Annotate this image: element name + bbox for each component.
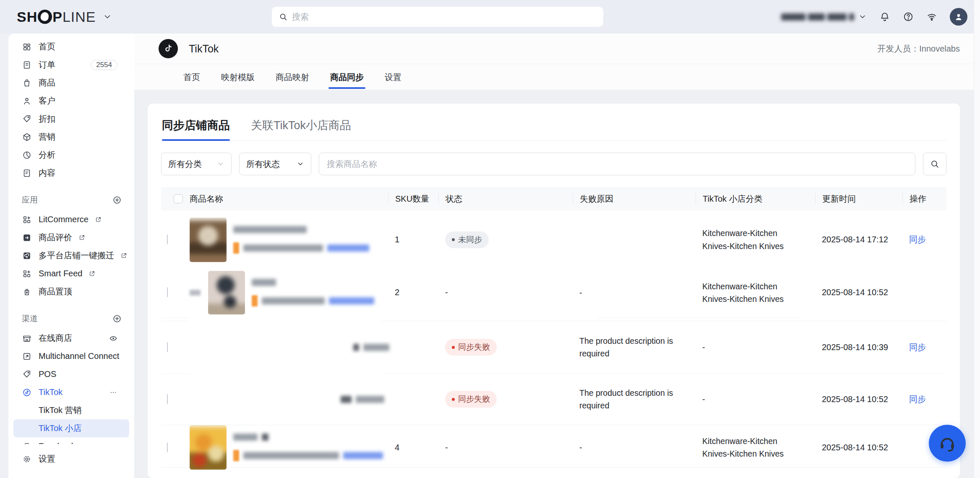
sidebar-item-内容[interactable]: 内容	[13, 164, 129, 182]
tab-映射模版[interactable]: 映射模版	[220, 68, 255, 89]
sidebar-item-pos[interactable]: POS	[13, 365, 129, 383]
store-switcher-chevron-icon[interactable]	[103, 12, 112, 21]
category-filter-select[interactable]: 所有分类	[161, 153, 232, 175]
column-header: TikTok 小店分类	[696, 193, 815, 204]
gear-icon	[22, 455, 32, 464]
sidebar-item-smart-feed[interactable]: Smart Feed	[13, 265, 129, 283]
tab-首页[interactable]: 首页	[182, 68, 201, 89]
sidebar-item-营销[interactable]: 营销	[13, 128, 129, 146]
shopline-logo-text: SHPLINE	[17, 9, 96, 25]
sidebar-item-客户[interactable]: 客户	[13, 92, 129, 110]
status-badge: 同步失败	[445, 339, 497, 356]
account-menu[interactable]	[781, 13, 867, 21]
status-filter-value: 所有状态	[246, 158, 292, 170]
sidebar-item-label: 订单	[39, 59, 55, 70]
support-chat-button[interactable]	[929, 425, 966, 462]
page-scrollbar[interactable]	[974, 0, 980, 478]
multichannel-icon	[22, 352, 32, 361]
sidebar-item-商品评价[interactable]: 商品评价	[13, 229, 129, 247]
external-link-icon	[79, 234, 85, 241]
plus-circle-icon[interactable]	[112, 314, 122, 323]
sidebar-item-商品置顶[interactable]: 商品置顶	[13, 283, 129, 301]
notifications-bell-icon[interactable]	[879, 11, 890, 22]
tiktok-category: Kitchenware-Kitchen Knives-Kitchen Knive…	[696, 435, 815, 460]
pie-icon	[22, 151, 32, 160]
row-checkbox[interactable]	[167, 394, 168, 404]
sidebar-item-label: 分析	[39, 149, 55, 161]
row-checkbox[interactable]	[167, 442, 168, 452]
product-search-field[interactable]	[319, 153, 915, 175]
sidebar-item-商品[interactable]: 商品	[13, 74, 129, 92]
app-tab-bar: 首页映射模版商品映射商品同步设置	[134, 64, 980, 90]
sync-action-link[interactable]: 同步	[909, 343, 926, 352]
sidebar-item-tiktok-小店[interactable]: TikTok 小店	[13, 419, 129, 437]
sidebar-item-tiktok-营销[interactable]: TikTok 营销	[13, 401, 129, 419]
product-image	[190, 218, 227, 262]
subtab-同步店铺商品[interactable]: 同步店铺商品	[162, 118, 230, 140]
status-filter-select[interactable]: 所有状态	[239, 153, 311, 175]
chevron-down-icon	[858, 13, 867, 21]
sidebar-item-litcommerce[interactable]: LitCommerce	[13, 210, 129, 229]
table-header: 商品名称SKU数量状态失败原因TikTok 小店分类更新时间操作	[161, 187, 946, 210]
sidebar-item-多平台店铺一键搬迁[interactable]: 多平台店铺一键搬迁	[13, 247, 129, 265]
product-name-redacted	[353, 344, 389, 351]
tab-商品同步[interactable]: 商品同步	[329, 68, 365, 89]
column-header: 状态	[438, 193, 573, 204]
updated-time: 2025-08-14 10:39	[815, 343, 902, 352]
row-checkbox[interactable]	[167, 234, 168, 244]
sidebar-item-facebook[interactable]: Facebook	[13, 437, 129, 444]
dots-icon[interactable]	[109, 388, 117, 397]
sidebar-item-首页[interactable]: 首页	[13, 38, 129, 56]
sidebar-item-分析[interactable]: 分析	[13, 146, 129, 164]
sidebar-item-label: 在线商店	[39, 333, 72, 344]
select-all-checkbox[interactable]	[174, 194, 183, 203]
global-search[interactable]	[272, 7, 603, 27]
sync-action-link[interactable]: 同步	[909, 235, 926, 244]
eye-icon[interactable]	[109, 334, 117, 343]
status-dash: -	[445, 288, 448, 297]
developer-label: 开发人员：Innovelabs	[877, 43, 960, 55]
network-wifi-icon[interactable]	[926, 11, 937, 22]
sidebar-item-折扣[interactable]: 折扣	[13, 110, 129, 128]
row-checkbox[interactable]	[167, 287, 168, 297]
help-icon[interactable]	[903, 11, 914, 22]
tiktok-category: -	[696, 341, 815, 353]
tab-商品映射[interactable]: 商品映射	[275, 68, 310, 89]
sidebar: 首页订单2554商品客户折扣营销分析内容应用 LitCommerce商品评价多平…	[8, 34, 134, 478]
tab-设置[interactable]: 设置	[384, 68, 402, 89]
plus-circle-icon[interactable]	[112, 195, 122, 205]
user-name-redacted	[781, 13, 854, 21]
row-checkbox[interactable]	[167, 342, 168, 352]
workspace: 同步店铺商品关联TikTok小店商品 所有分类 所有状态 商品名称	[134, 90, 980, 478]
search-icon	[930, 159, 940, 169]
product-name-redacted	[233, 434, 383, 461]
review-icon	[22, 233, 32, 242]
sidebar-item-label: TikTok 小店	[39, 423, 82, 434]
product-name-redacted	[341, 396, 384, 403]
top-bar: SHPLINE	[0, 0, 980, 34]
sidebar-item-tiktok[interactable]: TikTok	[13, 383, 129, 401]
avatar[interactable]	[950, 8, 967, 26]
global-search-input[interactable]	[292, 12, 597, 22]
sidebar-item-label: 商品置顶	[39, 286, 72, 297]
sidebar-item-设置[interactable]: 设置	[13, 450, 129, 468]
sidebar-item-label: 商品评价	[39, 232, 85, 243]
sync-action-link[interactable]: 同步	[909, 395, 926, 404]
subtab-关联tiktok小店商品[interactable]: 关联TikTok小店商品	[251, 118, 351, 140]
product-image	[208, 271, 245, 314]
column-header: 操作	[902, 193, 946, 204]
shopline-logo[interactable]: SHPLINE	[17, 9, 112, 25]
sidebar-section-title: 应用	[22, 195, 38, 205]
sidebar-item-在线商店[interactable]: 在线商店	[13, 329, 129, 347]
grid-plus-icon	[22, 269, 32, 278]
product-search-input[interactable]	[327, 159, 907, 169]
sidebar-item-label: 商品	[39, 77, 55, 88]
sidebar-item-label: Multichannel Connect	[39, 351, 119, 361]
search-button[interactable]	[923, 153, 946, 175]
store-icon	[22, 334, 32, 343]
sidebar-item-订单[interactable]: 订单2554	[13, 56, 129, 74]
updated-time: 2025-08-14 17:12	[815, 235, 902, 244]
sidebar-item-multichannel-connect[interactable]: Multichannel Connect	[13, 347, 129, 365]
app-header: TikTok 开发人员：Innovelabs	[134, 34, 980, 64]
sidebar-item-label: 首页	[39, 41, 55, 52]
